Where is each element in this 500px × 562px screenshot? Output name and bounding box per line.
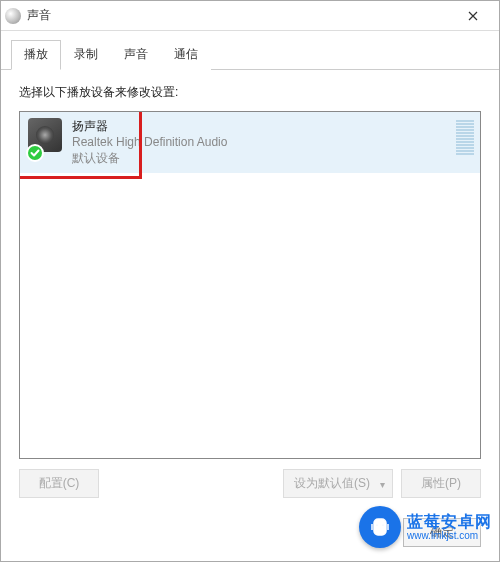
default-check-icon — [26, 144, 44, 162]
device-item-speakers[interactable]: 扬声器 Realtek High Definition Audio 默认设备 — [20, 112, 480, 173]
device-text: 扬声器 Realtek High Definition Audio 默认设备 — [72, 118, 227, 167]
device-driver: Realtek High Definition Audio — [72, 134, 227, 150]
tab-sounds[interactable]: 声音 — [111, 40, 161, 70]
tab-recording[interactable]: 录制 — [61, 40, 111, 70]
level-meter-icon — [456, 120, 474, 155]
titlebar: 声音 — [1, 1, 499, 31]
tab-communications[interactable]: 通信 — [161, 40, 211, 70]
ok-button[interactable]: 确定 — [403, 518, 481, 547]
configure-button[interactable]: 配置(C) — [19, 469, 99, 498]
close-icon — [468, 11, 478, 21]
close-button[interactable] — [450, 2, 495, 30]
tab-playback[interactable]: 播放 — [11, 40, 61, 70]
set-default-button[interactable]: 设为默认值(S) — [283, 469, 393, 498]
sound-app-icon — [5, 8, 21, 24]
tab-content: 选择以下播放设备来修改设置: 扬声器 Realtek High Definiti… — [1, 70, 499, 508]
dialog-button-row: 确定 — [1, 508, 499, 561]
device-listbox[interactable]: 扬声器 Realtek High Definition Audio 默认设备 — [19, 111, 481, 459]
device-status: 默认设备 — [72, 150, 227, 166]
device-button-row: 配置(C) 设为默认值(S) 属性(P) — [19, 469, 481, 498]
spacer — [107, 469, 275, 498]
properties-button[interactable]: 属性(P) — [401, 469, 481, 498]
window-title: 声音 — [27, 7, 51, 24]
tabstrip: 播放 录制 声音 通信 — [1, 39, 499, 70]
device-name: 扬声器 — [72, 118, 227, 134]
instruction-text: 选择以下播放设备来修改设置: — [19, 84, 481, 101]
device-icon-wrap — [28, 118, 64, 160]
sound-settings-window: 声音 播放 录制 声音 通信 选择以下播放设备来修改设置: 扬声器 Re — [0, 0, 500, 562]
